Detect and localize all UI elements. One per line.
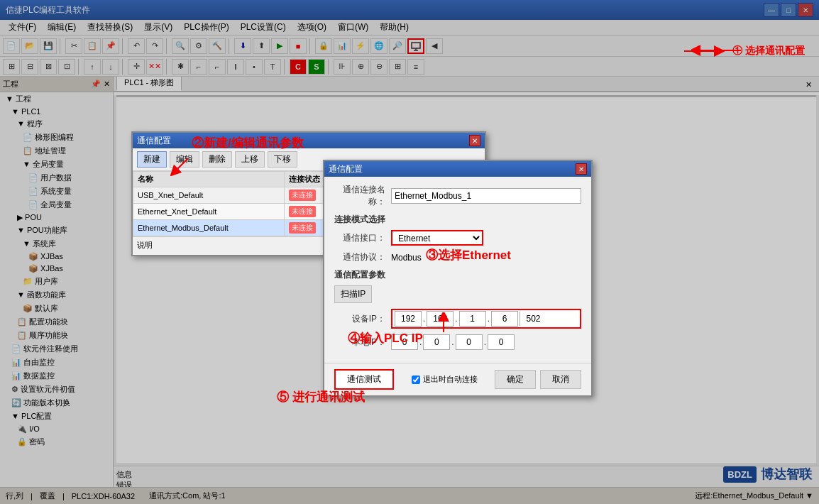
device-ip-1[interactable]	[395, 311, 422, 327]
comm-table-del-btn[interactable]: 删除	[202, 151, 232, 168]
device-ip-2[interactable]	[427, 311, 454, 327]
local-sep1: .	[419, 337, 422, 347]
device-port[interactable]	[520, 312, 546, 326]
comm-table-down-btn[interactable]: 下移	[268, 151, 297, 168]
comm-table-up-btn[interactable]: 上移	[235, 151, 265, 168]
config-name-label: 通信连接名称：	[334, 184, 391, 208]
local-ip-1[interactable]	[391, 334, 418, 350]
auto-connect-label: 退出时自动连接	[423, 374, 478, 385]
config-body: 通信连接名称： 连接模式选择 通信接口： Ethernet USB Serial…	[324, 177, 591, 363]
dialog-comm-config: 通信配置 ✕ 通信连接名称： 连接模式选择 通信接口： Ethernet USB…	[323, 160, 593, 397]
scan-ip-row: 扫描IP	[334, 285, 581, 303]
config-ok-btn[interactable]: 确定	[495, 370, 536, 389]
config-mode-title: 连接模式选择	[334, 214, 581, 226]
local-ip-fields: . . .	[391, 334, 581, 350]
config-interface-value: Ethernet USB Serial	[391, 230, 581, 246]
comm-table-title: 通信配置	[137, 135, 469, 147]
config-device-ip-value: . . .	[391, 309, 581, 329]
ip-sep3: .	[488, 314, 490, 324]
device-ip-3[interactable]	[459, 311, 486, 327]
config-interface-row: 通信接口： Ethernet USB Serial	[334, 230, 581, 246]
row2-name: Ethernet_Xnet_Default	[133, 204, 285, 220]
config-params-title: 通信配置参数	[334, 269, 581, 281]
config-local-ip-label: 本地IP：	[334, 336, 391, 349]
auto-connect-row: 退出时自动连接	[412, 374, 478, 385]
local-ip-3[interactable]	[456, 334, 483, 350]
config-local-ip-row: 本地IP： . . .	[334, 334, 581, 350]
comm-table-new-btn[interactable]: 新建	[137, 151, 167, 168]
config-device-ip-label: 设备IP：	[334, 313, 391, 325]
device-ip-4[interactable]	[491, 311, 518, 327]
row1-conn-badge: 未连接	[289, 190, 316, 201]
config-local-ip-value: . . .	[391, 334, 581, 350]
config-footer: 通信测试 退出时自动连接 确定 取消	[324, 363, 591, 395]
comm-table-close[interactable]: ✕	[469, 135, 480, 146]
config-name-row: 通信连接名称：	[334, 184, 581, 208]
local-ip-4[interactable]	[488, 334, 515, 350]
config-interface-label: 通信接口：	[334, 232, 391, 244]
ip-sep2: .	[455, 314, 457, 324]
row1-name: USB_Xnet_Default	[133, 187, 285, 204]
comm-config-title: 通信配置	[329, 163, 576, 175]
local-sep3: .	[484, 337, 486, 347]
config-protocol-value: Modbus	[391, 253, 581, 263]
comm-test-btn[interactable]: 通信测试	[334, 369, 394, 390]
auto-connect-checkbox[interactable]	[412, 376, 420, 384]
row2-conn-badge: 未连接	[289, 206, 316, 217]
config-name-input[interactable]	[391, 188, 581, 204]
config-protocol-label: 通信协议：	[334, 251, 391, 263]
footer-buttons: 确定 取消	[495, 370, 581, 389]
local-ip-2[interactable]	[423, 334, 450, 350]
local-sep2: .	[451, 337, 454, 347]
config-interface-select[interactable]: Ethernet USB Serial	[391, 230, 483, 246]
ip-sep1: .	[423, 314, 425, 324]
row3-conn-badge: 未连接	[289, 222, 316, 234]
comm-config-close[interactable]: ✕	[576, 163, 587, 175]
comm-config-titlebar: 通信配置 ✕	[324, 161, 591, 177]
col-name: 名称	[133, 172, 285, 187]
comm-footer-label: 说明	[137, 241, 153, 249]
comm-table-titlebar: 通信配置 ✕	[133, 133, 485, 148]
config-cancel-btn[interactable]: 取消	[540, 370, 581, 389]
config-device-ip-row: 设备IP： . . .	[334, 309, 581, 329]
config-protocol-row: 通信协议： Modbus	[334, 251, 581, 263]
config-name-value	[391, 188, 581, 204]
footer-left: 通信测试	[334, 369, 394, 390]
scan-ip-btn[interactable]: 扫描IP	[334, 285, 372, 303]
device-ip-fields: . . .	[391, 309, 581, 329]
config-protocol-text: Modbus	[391, 253, 422, 263]
comm-table-edit-btn[interactable]: 编辑	[170, 151, 199, 168]
row3-name: Ethernet_Modbus_Default	[133, 220, 285, 236]
